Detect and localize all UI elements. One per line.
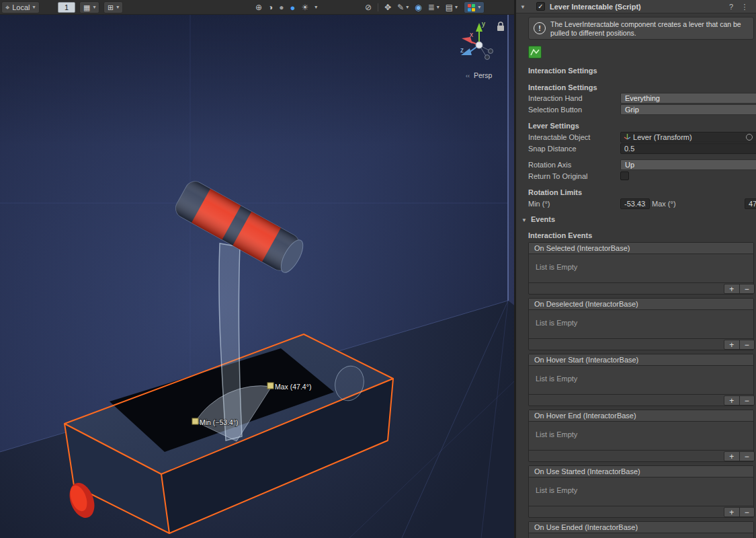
kebab-menu-icon[interactable]: ⋮ bbox=[740, 2, 749, 11]
selection-button-dropdown[interactable]: Grip bbox=[620, 104, 756, 115]
return-to-original-label: Return To Original bbox=[528, 172, 587, 180]
gizmos-dropdown[interactable]: ▾ bbox=[464, 1, 485, 13]
add-event-button[interactable]: + bbox=[724, 340, 740, 349]
grid-icon: ▦ bbox=[83, 4, 90, 11]
scene-viewport[interactable]: Max (47.4°) Min (−53.4°) y x z bbox=[0, 15, 514, 538]
event-box-on-selected: On Selected (InteractorBase) List is Emp… bbox=[528, 242, 754, 295]
chevron-down-icon[interactable]: ▾ bbox=[314, 5, 317, 10]
add-event-button[interactable]: + bbox=[724, 284, 740, 293]
disable-picking-icon[interactable]: ⊘ bbox=[365, 3, 372, 11]
object-picker-icon[interactable] bbox=[746, 134, 753, 141]
grid-snap-dropdown[interactable]: ⊞ ▾ bbox=[103, 1, 123, 13]
move-tool-icon[interactable]: ✥ bbox=[384, 3, 391, 11]
overlay-blocks-dropdown[interactable]: ▤ ▾ bbox=[446, 3, 458, 11]
add-event-button[interactable]: + bbox=[724, 396, 740, 405]
scene-visibility-eye-icon[interactable]: ◉ bbox=[415, 3, 421, 11]
return-to-original-row: Return To Original bbox=[528, 171, 756, 182]
event-empty-text: List is Empty bbox=[536, 430, 577, 438]
snap-distance-label: Snap Distance bbox=[528, 145, 577, 153]
remove-event-button[interactable]: − bbox=[740, 508, 755, 516]
layers-dropdown[interactable]: ≣ ▾ bbox=[428, 3, 439, 11]
remove-event-button[interactable]: − bbox=[740, 284, 755, 293]
event-header: On Selected (InteractorBase) bbox=[529, 243, 753, 254]
scene-overlay-group: ⊘ ✥ ✎ ▾ ◉ ≣ ▾ ▤ ▾ ▾ bbox=[365, 1, 485, 13]
min-field[interactable] bbox=[620, 198, 650, 209]
scene-lighting-icon[interactable]: ☀ bbox=[301, 3, 308, 11]
event-title: On Use Ended (InteractorBase) bbox=[534, 523, 638, 531]
add-event-button[interactable]: + bbox=[724, 452, 740, 461]
scene-toolbar: ⌖ Local ▾ ▦ ▾ ⊞ ▾ ⊕ ◑ ● ● ☀ ▾ ⊘ ✥ ✎ ▾ bbox=[0, 0, 514, 15]
event-list-buttons: + − bbox=[724, 451, 755, 461]
interaction-hand-value: Everything bbox=[625, 94, 660, 102]
blocks-icon: ▤ bbox=[446, 3, 453, 11]
event-box-on-hover-end: On Hover End (InteractorBase) List is Em… bbox=[528, 410, 754, 462]
interactable-object-label: Interactable Object bbox=[528, 133, 590, 141]
min-limit-label: Min (−53.4°) bbox=[200, 418, 239, 426]
gizmos-color-icon bbox=[468, 4, 475, 11]
event-header: On Deselected (InteractorBase) bbox=[529, 299, 753, 310]
max-label: Max (°) bbox=[652, 200, 676, 208]
foldout-arrow-icon[interactable]: ▼ bbox=[520, 4, 526, 10]
grid-visibility-dropdown[interactable]: ▦ ▾ bbox=[79, 1, 99, 13]
info-icon: ! bbox=[534, 22, 546, 34]
chevron-down-icon: ▾ bbox=[437, 5, 439, 10]
return-to-original-checkbox[interactable] bbox=[620, 171, 629, 180]
interaction-hand-dropdown[interactable]: Everything bbox=[620, 93, 756, 104]
min-label: Min (°) bbox=[528, 200, 550, 208]
selection-button-row: Selection Button Grip bbox=[528, 104, 756, 115]
event-title: On Deselected (InteractorBase) bbox=[534, 300, 638, 308]
section-interaction-settings: Interaction Settings bbox=[528, 67, 597, 75]
snap-grid-icon: ⊞ bbox=[108, 4, 114, 11]
persp-chevron-icon: ‹‹ bbox=[466, 73, 470, 79]
component-enabled-checkbox[interactable]: ✓ bbox=[536, 2, 545, 11]
component-header[interactable]: ▼ ✓ Lever Interactable (Script) ? ⋮ bbox=[516, 0, 756, 13]
unity-editor-window: ⌖ Local ▾ ▦ ▾ ⊞ ▾ ⊕ ◑ ● ● ☀ ▾ ⊘ ✥ ✎ ▾ bbox=[0, 0, 756, 538]
rotation-axis-value: Up bbox=[625, 161, 634, 169]
chevron-down-icon: ▾ bbox=[116, 5, 119, 10]
event-box-on-hover-start: On Hover Start (InteractorBase) List is … bbox=[528, 354, 754, 406]
globe-icon[interactable]: ⊕ bbox=[255, 3, 262, 11]
section-lever-settings: Lever Settings bbox=[528, 122, 579, 130]
snap-distance-field[interactable] bbox=[620, 143, 756, 154]
event-empty-text: List is Empty bbox=[536, 319, 577, 327]
component-preview-icon[interactable] bbox=[528, 46, 542, 59]
max-field[interactable] bbox=[745, 198, 756, 209]
selection-button-value: Grip bbox=[625, 106, 639, 114]
sphere-icon[interactable]: ● bbox=[279, 3, 284, 11]
max-limit-handle[interactable] bbox=[267, 383, 274, 389]
section-interaction-settings-2: Interaction Settings bbox=[528, 83, 597, 91]
pencil-icon: ✎ bbox=[397, 3, 404, 11]
interactable-object-field[interactable]: Lever (Transform) bbox=[620, 132, 756, 143]
event-title: On Hover Start (InteractorBase) bbox=[534, 356, 638, 364]
help-box-text: The LeverInteractable component creates … bbox=[550, 20, 751, 38]
shaded-sphere-icon[interactable]: ◑ bbox=[268, 3, 273, 11]
help-box: ! The LeverInteractable component create… bbox=[528, 17, 754, 40]
event-title: On Hover End (InteractorBase) bbox=[534, 412, 636, 420]
chevron-down-icon: ▾ bbox=[406, 5, 409, 10]
events-foldout-label: Events bbox=[531, 215, 555, 223]
event-empty-text: List is Empty bbox=[536, 375, 577, 383]
min-limit-handle[interactable] bbox=[192, 418, 198, 424]
edit-tool-dropdown[interactable]: ✎ ▾ bbox=[397, 3, 409, 11]
handle-orientation-dropdown[interactable]: ⌖ Local ▾ bbox=[1, 1, 40, 13]
component-title: Lever Interactable (Script) bbox=[550, 3, 641, 11]
add-event-button[interactable]: + bbox=[724, 508, 740, 516]
persp-label[interactable]: Persp bbox=[474, 71, 493, 79]
grid-size-field[interactable] bbox=[58, 2, 75, 13]
rotation-axis-dropdown[interactable]: Up bbox=[620, 159, 756, 170]
remove-event-button[interactable]: − bbox=[740, 396, 755, 405]
pivot-handle-icon: ⌖ bbox=[5, 4, 9, 11]
remove-event-button[interactable]: − bbox=[740, 452, 755, 461]
rotation-limits-row: Min (°) Max (°) bbox=[528, 198, 756, 209]
help-icon[interactable]: ? bbox=[726, 2, 736, 11]
active-shading-icon[interactable]: ● bbox=[290, 3, 296, 12]
chevron-down-icon: ▾ bbox=[478, 5, 480, 10]
z-axis-label: z bbox=[460, 46, 464, 54]
event-list-buttons: + − bbox=[724, 395, 755, 406]
event-header: On Hover Start (InteractorBase) bbox=[529, 354, 753, 366]
handle-orientation-label: Local bbox=[12, 3, 30, 11]
event-box-on-use-started: On Use Started (InteractorBase) List is … bbox=[528, 465, 754, 518]
event-box-on-deselected: On Deselected (InteractorBase) List is E… bbox=[528, 298, 754, 350]
remove-event-button[interactable]: − bbox=[740, 340, 755, 349]
selection-button-label: Selection Button bbox=[528, 106, 582, 114]
